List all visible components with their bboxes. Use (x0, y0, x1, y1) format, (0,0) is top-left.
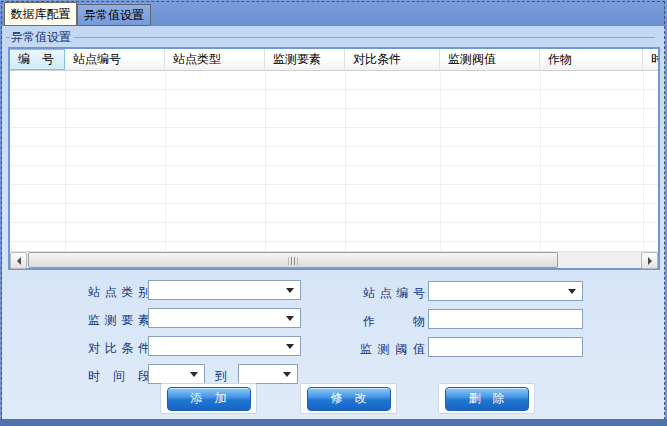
station-id-combo[interactable] (428, 281, 583, 301)
threshold-label: 监测阈值 (360, 341, 425, 358)
time-period-label: 时 间 段 (88, 368, 150, 385)
window-bottom-edge (0, 419, 667, 426)
station-category-combo[interactable] (148, 280, 301, 300)
groupbox-title: 异常值设置 (11, 29, 71, 46)
tab-database-config[interactable]: 数据库配置 (4, 2, 77, 26)
grid-body-empty[interactable] (10, 71, 658, 251)
dropdown-arrow-icon (190, 372, 198, 377)
crop-input[interactable] (428, 309, 583, 329)
modify-button-frame: 修 改 (300, 383, 397, 414)
column-separator (265, 71, 266, 251)
column-separator (440, 71, 441, 251)
dropdown-arrow-icon (286, 316, 294, 321)
time-to-combo[interactable] (238, 364, 298, 384)
scroll-left-button[interactable] (10, 252, 27, 269)
delete-button[interactable]: 删 除 (445, 387, 529, 411)
column-header-compare-condition[interactable]: 对比条件 (345, 49, 440, 70)
dropdown-arrow-icon (568, 289, 576, 294)
compare-condition-label: 对比条件 (88, 340, 150, 357)
scroll-right-icon (648, 257, 652, 265)
monitor-element-combo[interactable] (148, 308, 301, 328)
time-from-combo[interactable] (148, 364, 205, 384)
tab-label: 数据库配置 (11, 6, 71, 23)
scrollbar-grip-icon (289, 257, 298, 265)
add-button[interactable]: 添 加 (167, 387, 251, 411)
threshold-input[interactable] (428, 337, 583, 357)
dropdown-arrow-icon (286, 344, 294, 349)
tab-label: 异常值设置 (84, 7, 144, 24)
column-separator (65, 71, 66, 251)
column-separator (540, 71, 541, 251)
column-header-threshold[interactable]: 监测阀值 (440, 49, 540, 70)
crop-label: 作 物 (363, 313, 425, 330)
station-category-label: 站点类别 (88, 284, 150, 301)
station-id-label: 站点编号 (363, 285, 425, 302)
horizontal-scrollbar[interactable] (10, 251, 658, 268)
scroll-right-button[interactable] (641, 252, 658, 269)
column-header-crop[interactable]: 作物 (540, 49, 643, 70)
groupbox-border (74, 37, 655, 38)
column-separator (345, 71, 346, 251)
tab-outlier-settings[interactable]: 异常值设置 (77, 4, 151, 26)
column-header-station-id[interactable]: 站点编号 (65, 49, 165, 70)
monitor-element-label: 监测要素 (88, 312, 150, 329)
compare-condition-combo[interactable] (148, 336, 301, 356)
modify-button[interactable]: 修 改 (307, 387, 391, 411)
column-separator (165, 71, 166, 251)
column-separator (643, 71, 644, 251)
grid-header-row: 编 号 站点编号 站点类型 监测要素 对比条件 监测阀值 作物 时 (10, 49, 658, 71)
dropdown-arrow-icon (286, 288, 294, 293)
scrollbar-thumb[interactable] (28, 252, 558, 268)
column-header-time[interactable]: 时 (643, 49, 658, 70)
outlier-data-grid: 编 号 站点编号 站点类型 监测要素 对比条件 监测阀值 作物 时 (8, 47, 660, 270)
delete-button-frame: 删 除 (438, 383, 535, 414)
groupbox-border (6, 37, 10, 38)
tab-strip: 数据库配置 异常值设置 (0, 0, 667, 26)
add-button-frame: 添 加 (160, 383, 257, 414)
dropdown-arrow-icon (283, 372, 291, 377)
column-header-monitor-element[interactable]: 监测要素 (265, 49, 345, 70)
column-header-station-type[interactable]: 站点类型 (165, 49, 265, 70)
app-window: 数据库配置 异常值设置 异常值设置 编 号 站点编号 站点类型 监测要素 对比条… (0, 0, 667, 426)
scroll-left-icon (17, 257, 21, 265)
column-header-id[interactable]: 编 号 (10, 49, 65, 70)
